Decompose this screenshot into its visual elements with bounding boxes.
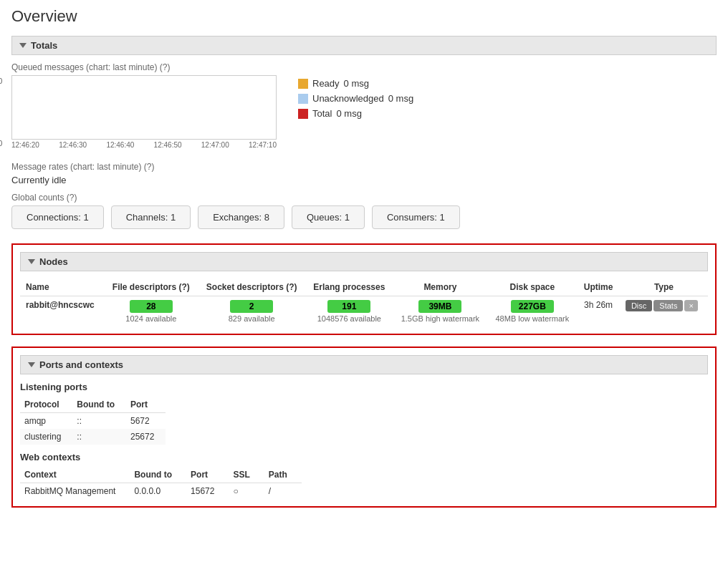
legend-unacknowledged: Unacknowledged 0 msg [298,93,413,104]
counter-buttons: Connections: 1 Channels: 1 Exchanges: 8 … [11,205,717,229]
file-desc-bar: 28 [130,300,173,313]
stats-button[interactable]: Stats [653,300,683,311]
port-protocol-amqp: amqp [20,413,72,430]
totals-header-label: Totals [31,40,57,51]
currently-idle: Currently idle [11,175,717,185]
queues-button[interactable]: Queues: 1 [292,205,365,229]
web-col-ssl: SSL [229,467,264,483]
legend-unack-label: Unacknowledged [312,93,384,104]
channels-button[interactable]: Channels: 1 [111,205,191,229]
memory-bar: 39MB [418,300,461,313]
port-port-amqp: 5672 [126,413,166,430]
port-row-clustering: clustering :: 25672 [20,429,166,445]
totals-collapse-icon[interactable] [19,43,27,48]
nodes-header: Nodes [20,252,708,271]
nodes-section: Nodes Name File descriptors (?) Socket d… [11,243,717,335]
web-contexts-title: Web contexts [20,452,708,462]
queued-messages-chart [11,75,277,140]
port-bound-clustering: :: [72,429,126,445]
x-label-2: 12:46:40 [106,141,134,149]
chart-x-labels: 12:46:20 12:46:30 12:46:40 12:46:50 12:4… [11,141,277,149]
web-contexts-table: Context Bound to Port SSL Path RabbitMQ … [20,467,302,499]
ports-header-label: Ports and contexts [39,359,123,370]
legend-ready-value: 0 msg [344,78,369,89]
chart-legend: Ready 0 msg Unacknowledged 0 msg Total 0… [298,75,413,119]
legend-unack-value: 0 msg [388,93,413,104]
col-socket-desc: Socket descriptors (?) [198,278,305,296]
ports-header: Ports and contexts [20,355,708,374]
legend-total: Total 0 msg [298,108,413,119]
listening-ports-title: Listening ports [20,382,708,392]
web-row-management: RabbitMQ Management 0.0.0.0 15672 ○ / [20,483,302,500]
queued-messages-label: Queued messages (chart: last minute) (?) [11,62,717,72]
web-ssl: ○ [229,483,264,500]
port-port-clustering: 25672 [126,429,166,445]
ports-section: Ports and contexts Listening ports Proto… [11,347,717,508]
close-node-button[interactable]: × [684,300,697,311]
web-context-name: RabbitMQ Management [20,483,130,500]
port-col-protocol: Protocol [20,397,72,413]
x-label-0: 12:46:20 [11,141,39,149]
totals-section: Totals Queued messages (chart: last minu… [11,36,717,229]
legend-total-label: Total [312,108,332,119]
legend-ready-color [298,79,308,89]
node-socket-desc: 2 829 available [198,296,305,327]
node-file-desc: 28 1024 available [105,296,198,327]
ports-collapse-icon[interactable] [28,362,35,367]
message-rates-label: Message rates (chart: last minute) (?) [11,162,717,172]
web-col-path: Path [264,467,302,483]
disk-bar: 227GB [511,300,554,313]
erlang-sub: 1048576 available [311,314,387,323]
col-disk: Disk space [487,278,577,296]
col-erlang: Erlang processes [305,278,393,296]
type-btn-group: Disc Stats × [626,300,702,311]
col-memory: Memory [393,278,487,296]
port-col-bound: Bound to [72,397,126,413]
x-label-1: 12:46:30 [59,141,87,149]
chart-y-bottom: 0.0 [0,139,2,147]
web-bound-to: 0.0.0.0 [130,483,186,500]
disk-sub: 48MB low watermark [493,314,571,323]
web-col-port: Port [186,467,229,483]
web-col-context: Context [20,467,130,483]
node-memory: 39MB 1.5GB high watermark [393,296,487,327]
connections-button[interactable]: Connections: 1 [11,205,104,229]
nodes-table: Name File descriptors (?) Socket descrip… [20,278,708,326]
col-uptime: Uptime [577,278,620,296]
page-title: Overview [11,7,717,26]
legend-total-value: 0 msg [336,108,361,119]
x-label-4: 12:47:00 [201,141,229,149]
web-path: / [264,483,302,500]
port-col-port: Port [126,397,166,413]
nodes-collapse-icon[interactable] [28,259,35,264]
ports-table: Protocol Bound to Port amqp :: 5672 clus… [20,397,166,445]
col-file-desc: File descriptors (?) [105,278,198,296]
port-row-amqp: amqp :: 5672 [20,413,166,430]
exchanges-button[interactable]: Exchanges: 8 [198,205,284,229]
port-protocol-clustering: clustering [20,429,72,445]
web-col-bound: Bound to [130,467,186,483]
node-type: Disc Stats × [620,296,708,327]
socket-desc-sub: 829 available [203,314,300,323]
erlang-bar: 191 [327,300,370,313]
node-erlang: 191 1048576 available [305,296,393,327]
socket-desc-bar: 2 [230,300,273,313]
chart-y-top: 1.0 [0,77,2,85]
queued-messages-area: 1.0 0.0 12:46:20 12:46:30 12:46:40 12:46… [11,75,717,149]
file-desc-sub: 1024 available [110,314,193,323]
global-counts-label: Global counts (?) [11,193,717,203]
totals-header: Totals [11,36,717,55]
x-label-3: 12:46:50 [154,141,182,149]
x-label-5: 12:47:10 [249,141,277,149]
disc-button[interactable]: Disc [626,300,652,311]
col-type: Type [620,278,708,296]
legend-ready-label: Ready [312,78,340,89]
col-name: Name [20,278,105,296]
queued-messages-chart-wrapper: 1.0 0.0 12:46:20 12:46:30 12:46:40 12:46… [11,75,277,149]
node-uptime: 3h 26m [577,296,620,327]
web-port: 15672 [186,483,229,500]
port-bound-amqp: :: [72,413,126,430]
memory-sub: 1.5GB high watermark [398,314,482,323]
legend-total-color [298,109,308,119]
consumers-button[interactable]: Consumers: 1 [372,205,460,229]
